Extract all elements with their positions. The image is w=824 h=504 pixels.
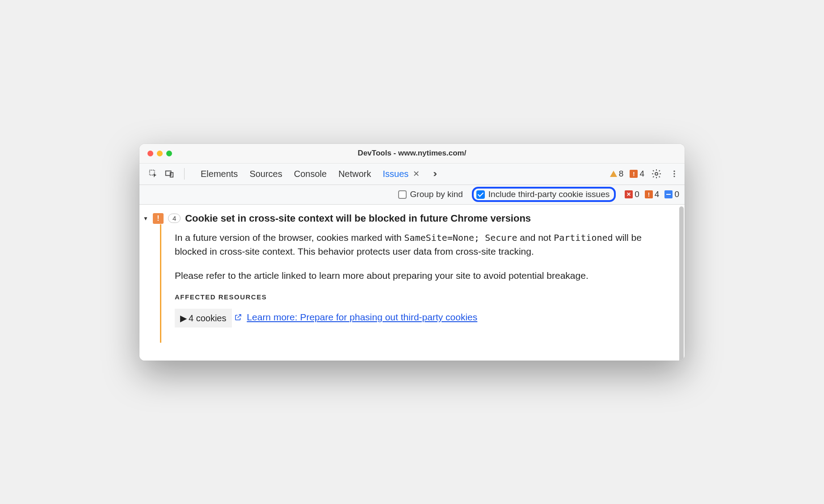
collapse-caret-icon[interactable]: ▼ — [143, 215, 148, 222]
maximize-window-button[interactable] — [166, 151, 172, 156]
svg-point-4 — [673, 171, 675, 172]
breaking-count: 4 — [639, 169, 644, 179]
inspect-icon[interactable] — [147, 168, 159, 180]
issue-paragraph-1: In a future version of the browser, cook… — [175, 231, 667, 259]
filter-errors[interactable]: ✕ 0 — [625, 189, 639, 199]
tab-elements[interactable]: Elements — [201, 169, 238, 179]
cookies-count-label: 4 cookies — [189, 311, 227, 325]
close-window-button[interactable] — [147, 151, 153, 156]
filter-info-count: 0 — [674, 189, 679, 199]
svg-point-6 — [673, 176, 675, 177]
more-tabs-icon[interactable]: ›› — [431, 168, 434, 180]
group-by-kind-checkbox[interactable]: Group by kind — [398, 189, 463, 199]
affected-cookies-toggle[interactable]: ▶ 4 cookies — [175, 309, 232, 328]
info-icon — [664, 190, 673, 198]
issue-title[interactable]: Cookie set in cross-site context will be… — [185, 213, 531, 224]
learn-more-link[interactable]: Learn more: Prepare for phasing out thir… — [247, 310, 477, 324]
highlighted-option: Include third-party cookie issues — [472, 187, 616, 202]
breaking-badge[interactable]: ! 4 — [630, 169, 644, 179]
filter-errors-count: 0 — [635, 189, 639, 199]
issues-filterbar: Group by kind Include third-party cookie… — [139, 185, 685, 205]
error-icon: ✕ — [625, 190, 633, 198]
issue-body: In a future version of the browser, cook… — [160, 224, 685, 343]
window-title: DevTools - www.nytimes.com/ — [139, 149, 685, 158]
checkbox-icon — [398, 190, 407, 199]
separator — [184, 168, 185, 180]
tab-issues[interactable]: Issues ✕ — [383, 169, 420, 179]
more-options-icon[interactable] — [668, 168, 680, 180]
warnings-badge[interactable]: 8 — [610, 169, 624, 179]
code-samesite: SameSite=None; Secure — [404, 232, 517, 243]
warning-icon — [610, 171, 617, 177]
main-toolbar: Elements Sources Console Network Issues … — [139, 164, 685, 185]
close-tab-icon[interactable]: ✕ — [413, 169, 420, 179]
toolbar-right: 8 ! 4 — [610, 168, 680, 180]
traffic-lights — [139, 151, 172, 156]
filter-warnings[interactable]: ! 4 — [645, 189, 660, 199]
learn-more-row: Learn more: Prepare for phasing out thir… — [234, 310, 477, 324]
minimize-window-button[interactable] — [157, 151, 163, 156]
titlebar: DevTools - www.nytimes.com/ — [139, 144, 685, 164]
filter-warnings-count: 4 — [655, 189, 660, 199]
text-fragment: and not — [517, 232, 554, 243]
filter-info[interactable]: 0 — [664, 189, 679, 199]
scrollbar[interactable] — [679, 206, 684, 361]
device-toggle-icon[interactable] — [164, 168, 175, 180]
breaking-change-icon: ! — [630, 170, 638, 178]
devtools-window: DevTools - www.nytimes.com/ Elements Sou… — [139, 144, 685, 361]
third-party-label: Include third-party cookie issues — [488, 189, 610, 199]
svg-point-3 — [655, 172, 658, 175]
warnings-count: 8 — [619, 169, 624, 179]
panel-tabs: Elements Sources Console Network Issues … — [190, 168, 434, 180]
third-party-checkbox[interactable]: Include third-party cookie issues — [476, 189, 610, 199]
issue-occurrence-count: 4 — [168, 214, 181, 223]
settings-icon[interactable] — [651, 168, 662, 180]
tab-console[interactable]: Console — [294, 169, 327, 179]
issue-header-row: ▼ ! 4 Cookie set in cross-site context w… — [139, 209, 685, 224]
code-partitioned: Partitioned — [554, 232, 613, 243]
issue-paragraph-2: Please refer to the article linked to le… — [175, 269, 667, 283]
tab-sources[interactable]: Sources — [249, 169, 282, 179]
issues-panel: ▼ ! 4 Cookie set in cross-site context w… — [139, 205, 685, 361]
expand-right-caret-icon: ▶ — [180, 311, 187, 325]
filter-category-counts: ✕ 0 ! 4 0 — [625, 189, 679, 199]
affected-resources-label: AFFECTED RESOURCES — [175, 292, 667, 302]
group-by-kind-label: Group by kind — [410, 189, 463, 199]
svg-point-5 — [673, 173, 675, 174]
tab-network[interactable]: Network — [338, 169, 371, 179]
tab-issues-label: Issues — [383, 169, 409, 179]
toolbar-left-icons — [144, 168, 179, 180]
checkbox-checked-icon — [476, 190, 485, 199]
text-fragment: In a future version of the browser, cook… — [175, 232, 404, 243]
issue-severity-icon: ! — [153, 213, 164, 224]
external-link-icon — [234, 313, 242, 321]
warning-square-icon: ! — [645, 190, 653, 198]
